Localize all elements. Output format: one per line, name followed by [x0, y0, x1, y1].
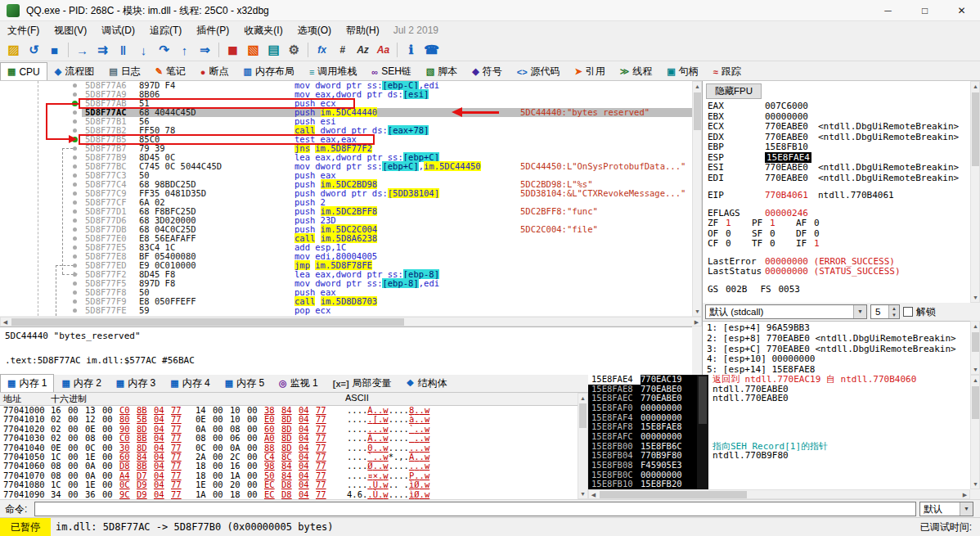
- disasm-horizontal-scrollbar[interactable]: ◀ ▶: [0, 317, 702, 327]
- scroll-up-icon[interactable]: ▲: [971, 322, 980, 331]
- disasm-row[interactable]: 5D8F77FE59pop ecx: [0, 306, 692, 315]
- fx-icon[interactable]: fx: [312, 41, 332, 60]
- flag-value[interactable]: 1: [770, 218, 783, 229]
- aa-icon[interactable]: Aa: [373, 41, 393, 60]
- run-icon[interactable]: →: [72, 41, 92, 60]
- unlock-checkbox[interactable]: [903, 307, 913, 317]
- scroll-thumb[interactable]: [11, 318, 404, 326]
- scroll-right-icon[interactable]: ▶: [692, 318, 701, 327]
- flag-value[interactable]: 0053: [779, 285, 801, 295]
- menu-item-5[interactable]: 插件(P): [189, 21, 236, 39]
- argument-row[interactable]: 1: [esp+4] 96A59BB3: [707, 323, 970, 334]
- stop-icon[interactable]: ■: [44, 41, 65, 60]
- breakpoint-dot[interactable]: [72, 101, 78, 106]
- tab-CPU[interactable]: ▦CPU: [0, 62, 47, 80]
- patches-icon[interactable]: ▧: [243, 41, 263, 60]
- flag-value[interactable]: 1: [814, 239, 827, 250]
- tab-断点[interactable]: ●断点: [193, 62, 236, 80]
- scroll-down-icon[interactable]: ▼: [971, 365, 980, 374]
- pause-icon[interactable]: ‖: [113, 41, 133, 60]
- help-phone-icon[interactable]: ☎: [421, 41, 442, 60]
- menu-item-3[interactable]: 调试(D): [94, 21, 142, 39]
- step-over-icon[interactable]: ↷: [154, 41, 174, 60]
- menu-item-4[interactable]: 追踪(T): [142, 21, 189, 39]
- register-row[interactable]: ECX770EABE0<ntdll.DbgUiRemoteBreakin>: [703, 122, 970, 133]
- register-row[interactable]: EDX770EABE0<ntdll.DbgUiRemoteBreakin>: [703, 133, 970, 143]
- register-row[interactable]: EBP15E8FB10: [703, 142, 970, 153]
- menu-item-6[interactable]: 收藏夹(I): [236, 21, 290, 39]
- flag-value[interactable]: 0: [726, 239, 739, 250]
- stack-view[interactable]: 15E8FAE4770EAC1915E8FAE8770EABE015E8FAEC…: [588, 375, 708, 489]
- tab-局部变量[interactable]: [x=]局部变量: [326, 374, 399, 392]
- run-alt-icon[interactable]: ⇉: [92, 41, 113, 60]
- stack-row[interactable]: 15E8FB08F45905E3: [588, 461, 708, 471]
- tab-源代码[interactable]: <>源代码: [510, 62, 568, 80]
- scroll-down-icon[interactable]: ▼: [971, 293, 980, 302]
- hide-fpu-button[interactable]: 隐藏FPU: [706, 83, 762, 99]
- tab-内存布局[interactable]: ▥内存布局: [236, 62, 302, 80]
- settings-icon[interactable]: ⚙: [284, 41, 304, 60]
- minimize-button[interactable]: ─: [870, 0, 906, 21]
- breakpoints-icon[interactable]: ◼: [223, 41, 243, 60]
- stack-row[interactable]: 15E8FB1015E8FB20: [588, 480, 708, 489]
- scroll-thumb[interactable]: [600, 491, 747, 498]
- menu-item-7[interactable]: 选项(O): [290, 21, 339, 39]
- memory-dump-view[interactable]: 7704100016001300C08B04771400100038840477…: [0, 406, 578, 499]
- tab-内存 5[interactable]: ▦内存 5: [218, 374, 272, 392]
- hash-icon[interactable]: #: [332, 41, 353, 60]
- tab-结构体[interactable]: ❖结构体: [399, 374, 455, 392]
- chevron-down-icon[interactable]: ▼: [960, 502, 973, 516]
- scroll-thumb[interactable]: [694, 92, 701, 130]
- dump-vertical-scrollbar[interactable]: ▲ ▼: [578, 393, 588, 499]
- info-icon[interactable]: ℹ: [401, 41, 421, 60]
- flag-value[interactable]: 1: [726, 218, 739, 229]
- command-input[interactable]: [34, 502, 916, 516]
- scroll-thumb[interactable]: [699, 376, 707, 424]
- tab-日志[interactable]: ▤日志: [101, 62, 147, 80]
- menu-item-1[interactable]: 文件(F): [0, 21, 47, 39]
- scroll-left-icon[interactable]: ◀: [1, 318, 10, 327]
- menu-item-8[interactable]: 帮助(H): [339, 21, 387, 39]
- disassembly-view[interactable]: 5D8F77A6897D F4mov dword ptr ss:[ebp-C],…: [0, 81, 692, 316]
- az-icon[interactable]: Az: [353, 41, 373, 60]
- tab-调用堆栈[interactable]: ≡调用堆栈: [302, 62, 364, 80]
- run-to-cursor-icon[interactable]: ⇒: [195, 41, 215, 60]
- register-row[interactable]: EFLAGS00000246: [703, 209, 970, 219]
- stack-row[interactable]: 15E8FAE4770EAC19: [588, 375, 708, 385]
- breakpoint-dot[interactable]: [72, 137, 78, 142]
- tab-线程[interactable]: ≫线程: [613, 62, 660, 80]
- scroll-thumb[interactable]: [972, 386, 979, 419]
- step-into-icon[interactable]: ↓: [133, 41, 154, 60]
- flag-value[interactable]: 002B: [726, 285, 748, 295]
- tab-内存 4[interactable]: ▦内存 4: [163, 374, 217, 392]
- dump-row[interactable]: 770410801C001E000CD904771E002000ECD80477…: [0, 480, 578, 489]
- scroll-down-icon[interactable]: ▼: [693, 307, 702, 316]
- register-row[interactable]: EDI770EABE0<ntdll.DbgUiRemoteBreakin>: [703, 173, 970, 184]
- stack-row[interactable]: 15E8FAF000000000: [588, 403, 708, 413]
- scroll-thumb[interactable]: [972, 92, 979, 166]
- argument-row[interactable]: 2: [esp+8] 770EABE0 <ntdll.DbgUiRemoteBr…: [707, 334, 970, 345]
- scroll-up-icon[interactable]: ▲: [971, 82, 980, 91]
- comments-icon[interactable]: ▤: [263, 41, 284, 60]
- register-row[interactable]: ESI770EABE0<ntdll.DbgUiRemoteBreakin>: [703, 163, 970, 173]
- calling-convention-select[interactable]: 默认 (stdcall) ▼: [705, 304, 867, 319]
- scroll-up-icon[interactable]: ▲: [578, 394, 587, 403]
- arguments-vertical-scrollbar[interactable]: ▲ ▼: [970, 321, 980, 375]
- close-button[interactable]: ✕: [943, 0, 980, 21]
- register-row[interactable]: LastStatus00000000 (STATUS_SUCCESS): [703, 267, 970, 277]
- tab-内存 1[interactable]: ▦内存 1: [0, 374, 54, 392]
- stepper-arrows-icon[interactable]: ▲▼: [888, 305, 899, 318]
- disasm-vertical-scrollbar[interactable]: ▲ ▼: [692, 81, 702, 317]
- scroll-down-icon[interactable]: ▼: [971, 480, 980, 489]
- dump-row[interactable]: 77041090340036009CD904771A001800ECD80477…: [0, 490, 578, 499]
- register-row[interactable]: EAX007C6000: [703, 101, 970, 112]
- tab-脚本[interactable]: ▧脚本: [419, 62, 465, 80]
- scroll-up-icon[interactable]: ▲: [693, 82, 702, 91]
- scroll-thumb[interactable]: [579, 403, 587, 428]
- tab-跟踪[interactable]: ≈跟踪: [706, 62, 748, 80]
- open-file-icon[interactable]: ▨: [3, 41, 24, 60]
- chevron-down-icon[interactable]: ▼: [853, 305, 866, 318]
- tab-符号[interactable]: ◆符号: [465, 62, 509, 80]
- stack-mid-scrollbar[interactable]: [697, 375, 708, 489]
- flag-value[interactable]: 0: [814, 218, 827, 229]
